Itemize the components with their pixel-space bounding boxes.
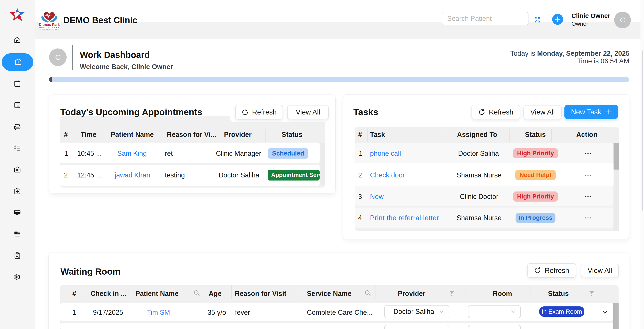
svg-text:PUT YOUR HEALTH IN GOOD HANDS: PUT YOUR HEALTH IN GOOD HANDS xyxy=(40,29,59,30)
svg-text:MEDICAL CARE: MEDICAL CARE xyxy=(39,27,59,29)
svg-text:Ditmas Park: Ditmas Park xyxy=(39,23,60,27)
